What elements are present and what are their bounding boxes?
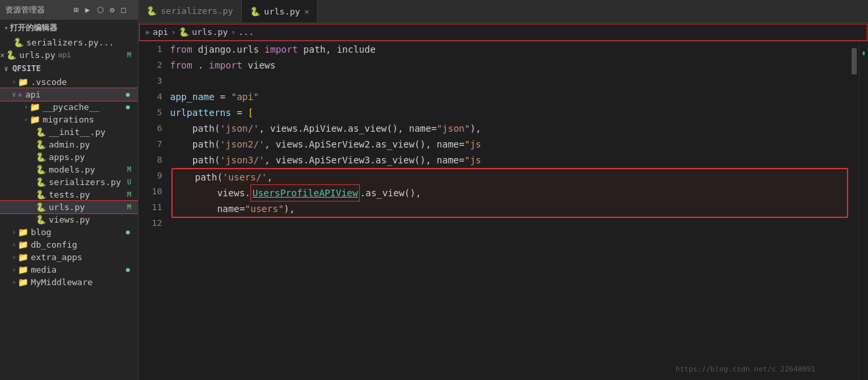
folder-pycache: 📁 xyxy=(30,102,40,112)
tab-urls-icon: 🐍 xyxy=(250,7,260,16)
api-dot xyxy=(126,93,130,97)
scroll-thumb[interactable] xyxy=(852,48,857,74)
api-arrow: ∨ xyxy=(12,90,16,99)
middleware-label: MyMiddleware xyxy=(31,277,93,287)
plain-11a: name= xyxy=(173,201,245,217)
tree-item-media[interactable]: › 📁 media xyxy=(0,263,138,276)
py-init: 🐍 xyxy=(36,127,46,137)
tree-item-views[interactable]: 🐍 views.py xyxy=(0,213,138,226)
folder-extraapps: 📁 xyxy=(18,252,28,262)
plain-10b: .as_view(), xyxy=(360,185,421,201)
open-file-serializers[interactable]: 🐍 serializers.py... xyxy=(0,36,138,49)
scrollbar[interactable] xyxy=(850,41,859,380)
tree-item-vscode[interactable]: › 📁 .vscode xyxy=(0,76,138,88)
open-editors-section[interactable]: ▾ 打开的编辑器 xyxy=(0,20,138,36)
breadcrumb-api[interactable]: api xyxy=(153,27,168,37)
tree-item-blog[interactable]: › 📁 blog xyxy=(0,226,138,238)
open-file-urls[interactable]: × 🐍 urls.py api M xyxy=(0,49,138,61)
ln-3: 3 xyxy=(138,73,162,89)
run-icon[interactable]: ▶ xyxy=(85,5,90,14)
models-label: models.py xyxy=(49,165,95,175)
urls-badge: M xyxy=(127,204,134,211)
plain-5a: = xyxy=(231,105,248,121)
split-icon[interactable]: ⊞ xyxy=(74,5,78,14)
vscode-arrow: › xyxy=(12,78,16,86)
tree-item-migrations[interactable]: › 📁 migrations xyxy=(0,113,138,126)
py-admin: 🐍 xyxy=(36,140,46,149)
top-bar: 资源管理器 ⊞ ▶ ⬡ ⚙ □ xyxy=(0,0,138,20)
plain-8b: , views.ApiSerView3.as_view(), name= xyxy=(264,152,464,168)
blog-dot xyxy=(126,231,130,234)
watermark: https://blog.csdn.net/c 22648091 xyxy=(676,365,815,373)
settings-icon[interactable]: ⚙ xyxy=(110,5,115,14)
dbconfig-arrow: › xyxy=(12,240,16,249)
project-name: QFSITE xyxy=(13,64,41,73)
tree-item-admin[interactable]: 🐍 admin.py xyxy=(0,138,138,151)
breadcrumb-urls[interactable]: urls.py xyxy=(192,27,228,37)
code-line-1: from django.urls import path, include xyxy=(170,41,850,57)
extraapps-arrow: › xyxy=(12,253,16,261)
serializers-badge: U xyxy=(127,178,134,186)
breadcrumb-api-icon: ✳ xyxy=(145,27,150,37)
str-json2-name: "js xyxy=(465,136,481,152)
code-line-2: from . import views xyxy=(170,57,850,73)
debug-icon[interactable]: ⬡ xyxy=(97,5,103,14)
kw-from-1: from xyxy=(170,41,192,57)
tab-serializers-icon: 🐍 xyxy=(146,6,157,16)
tab-urls-close[interactable]: × xyxy=(304,7,309,16)
tree-item-serializers[interactable]: 🐍 serializers.py U xyxy=(0,176,138,188)
str-users-name: "users" xyxy=(245,201,284,217)
tests-label: tests.py xyxy=(49,190,90,200)
tab-serializers-label: serializers.py xyxy=(161,6,233,16)
middleware-arrow: › xyxy=(12,278,16,286)
project-section[interactable]: ∨ QFSITE xyxy=(0,61,138,76)
var-appname: app_name xyxy=(170,89,214,105)
tree-item-middleware[interactable]: › 📁 MyMiddleware xyxy=(0,276,138,288)
breadcrumb-urls-icon: 🐍 xyxy=(179,27,189,37)
tree-item-models[interactable]: 🐍 models.py M xyxy=(0,163,138,176)
tree-item-pycache[interactable]: › 📁 __pycache__ xyxy=(0,101,138,113)
ln-12: 12 xyxy=(138,215,162,231)
apps-label: apps.py xyxy=(49,152,85,162)
breadcrumb-ellipsis[interactable]: ... xyxy=(239,27,254,37)
migrations-arrow: › xyxy=(24,115,28,124)
tree-item-urls[interactable]: 🐍 urls.py M xyxy=(0,201,138,213)
py-urls: 🐍 xyxy=(36,202,46,212)
breadcrumb-sep2: › xyxy=(231,27,236,37)
tree-item-dbconfig[interactable]: › 📁 db_config xyxy=(0,238,138,251)
ln-5: 5 xyxy=(138,105,162,121)
str-json3: 'json3/' xyxy=(220,152,264,168)
ln-7: 7 xyxy=(138,136,162,152)
code-area[interactable]: 1 2 3 4 5 6 7 8 9 10 11 12 from django.u… xyxy=(138,41,868,380)
breadcrumb-sep1: › xyxy=(171,27,176,37)
tree-item-apps[interactable]: 🐍 apps.py xyxy=(0,151,138,163)
kw-import-1: import xyxy=(264,41,298,57)
folder-migrations: 📁 xyxy=(30,115,40,124)
code-line-11: name= "users" ), xyxy=(173,201,847,217)
plain-10a: views. xyxy=(173,185,250,201)
py-serializers: 🐍 xyxy=(36,177,46,187)
str-json-name: "json" xyxy=(437,121,471,136)
close-icon-small[interactable]: × xyxy=(0,51,5,60)
tab-urls[interactable]: 🐍 urls.py × xyxy=(242,0,318,22)
vscode-label: .vscode xyxy=(31,77,67,87)
str-users: 'users/' xyxy=(223,169,267,185)
tree-item-tests[interactable]: 🐍 tests.py M xyxy=(0,188,138,201)
code-line-5: urlpatterns = [ xyxy=(170,105,850,121)
tab-serializers[interactable]: 🐍 serializers.py xyxy=(138,0,242,22)
class-usersprofile: UsersProfileAPIView xyxy=(250,184,360,202)
migrations-label: migrations xyxy=(43,115,94,124)
api-folder-icon: ✳ xyxy=(18,90,23,99)
str-json3-name: "js xyxy=(465,152,481,168)
tree-item-extraapps[interactable]: › 📁 extra_apps xyxy=(0,251,138,263)
tree-item-init[interactable]: 🐍 __init__.py xyxy=(0,126,138,138)
code-line-4: app_name = "api" xyxy=(170,89,850,105)
plain-6c: ), xyxy=(470,121,481,136)
urls-label: urls.py xyxy=(49,202,85,212)
media-arrow: › xyxy=(12,265,16,274)
close-icon[interactable]: □ xyxy=(121,5,126,14)
kw-import-2: import xyxy=(209,57,243,73)
tree-item-api[interactable]: ∨ ✳ api xyxy=(0,88,138,101)
code-lines: from django.urls import path, include fr… xyxy=(170,41,850,380)
change-indicator-1 xyxy=(863,51,865,55)
